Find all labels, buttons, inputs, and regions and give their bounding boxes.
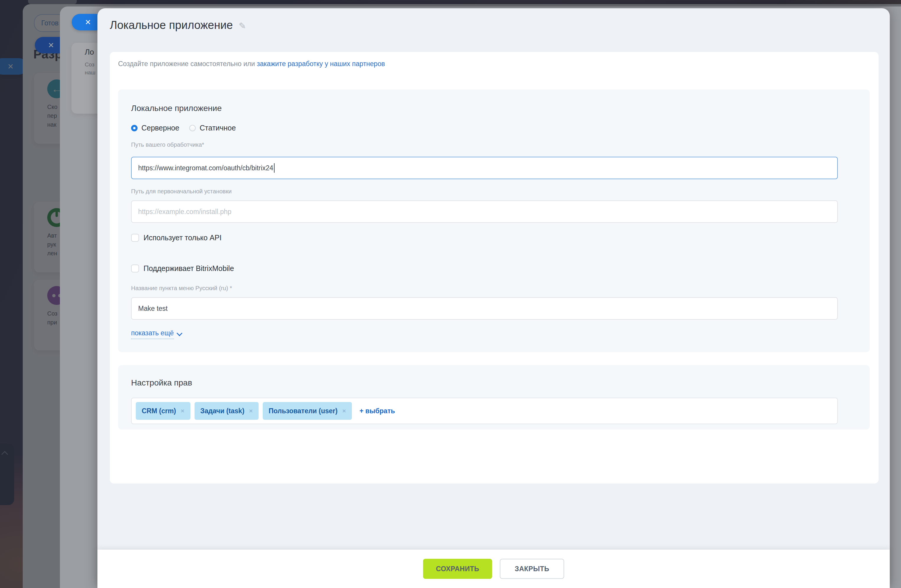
remove-tag-icon[interactable]: × [249,407,253,415]
modal-footer: СОХРАНИТЬ ЗАКРЫТЬ [97,550,890,588]
screen: × Готов Разр Ско пер нак Авт рук лен [0,0,901,588]
permission-tag[interactable]: Пользователи (user) × [263,402,352,420]
bitrix-mobile-checkbox[interactable] [131,265,139,273]
local-application-modal: Локальное приложение✎ Создайте приложени… [97,8,890,588]
local-app-section: Локальное приложение Серверное Статичное… [118,89,870,352]
bitrix-mobile-label: Поддерживает BitrixMobile [143,264,234,273]
api-only-label: Использует только API [143,234,221,242]
input-placeholder: https://example.com/install.php [138,208,231,216]
modal-content-panel: Создайте приложение самостоятельно или з… [110,52,879,484]
save-button[interactable]: СОХРАНИТЬ [423,559,492,579]
partners-link[interactable]: закажите разработку у наших партнеров [257,60,385,68]
app-type-radio-group: Серверное Статичное [131,124,246,132]
api-only-row: Использует только API [131,234,221,242]
remove-tag-icon[interactable]: × [342,407,346,415]
radio-static-label: Статичное [200,124,236,132]
menu-name-label: Название пункта меню Русский (ru) * [131,285,232,292]
show-more-link[interactable]: показать ещё [131,329,182,339]
section-heading: Настройка прав [131,378,192,388]
menu-name-input[interactable]: Make test [131,297,838,320]
api-only-checkbox[interactable] [131,234,139,242]
radio-static[interactable] [189,125,196,131]
section-heading: Локальное приложение [131,104,222,113]
modal-title: Локальное приложение✎ [110,19,246,31]
rights-section: Настройка прав CRM (crm) × Задачи (task)… [118,365,870,429]
permission-tag[interactable]: CRM (crm) × [136,402,190,420]
text-caret [274,163,274,173]
chevron-down-icon [176,330,182,336]
permission-tag[interactable]: Задачи (task) × [195,402,259,420]
radio-server[interactable] [131,125,137,131]
subtitle: Создайте приложение самостоятельно или з… [118,60,385,68]
edit-pencil-icon[interactable]: ✎ [239,21,246,31]
permissions-tag-input[interactable]: CRM (crm) × Задачи (task) × Пользователи… [131,398,838,424]
remove-tag-icon[interactable]: × [181,407,184,415]
radio-server-label: Серверное [142,124,179,132]
add-permission-button[interactable]: + выбрать [360,407,395,415]
install-path-input[interactable]: https://example.com/install.php [131,200,838,223]
handler-path-input[interactable]: https://www.integromat.com/oauth/cb/bitr… [131,157,838,179]
close-button[interactable]: ЗАКРЫТЬ [500,559,564,579]
install-path-label: Путь для первоначальной установки [131,188,232,195]
bitrix-mobile-row: Поддерживает BitrixMobile [131,264,234,273]
handler-path-label: Путь вашего обработчика* [131,141,204,148]
